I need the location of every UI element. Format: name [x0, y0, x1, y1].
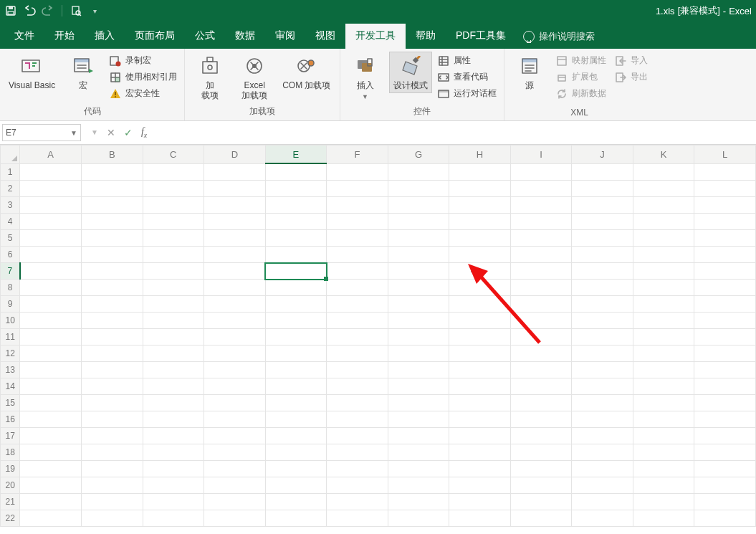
cell[interactable]: [694, 280, 756, 296]
cell[interactable]: [633, 411, 694, 428]
cell[interactable]: [204, 163, 266, 181]
cell[interactable]: [143, 280, 204, 296]
cell[interactable]: [204, 263, 266, 280]
cell[interactable]: [143, 247, 204, 263]
cell[interactable]: [327, 214, 388, 230]
print-preview-icon[interactable]: [70, 4, 82, 17]
cell[interactable]: [81, 181, 143, 197]
cell[interactable]: [265, 411, 327, 428]
cell[interactable]: [510, 362, 572, 378]
row-header[interactable]: 20: [1, 477, 20, 494]
cell[interactable]: [510, 329, 572, 345]
cell[interactable]: [81, 329, 143, 345]
row-header[interactable]: 5: [1, 230, 20, 247]
chevron-down-icon[interactable]: ▼: [70, 129, 77, 137]
cell[interactable]: [572, 296, 633, 313]
row-header[interactable]: 21: [1, 494, 20, 510]
cell[interactable]: [20, 378, 82, 395]
row-header[interactable]: 17: [1, 428, 20, 444]
cell[interactable]: [572, 378, 633, 395]
cell[interactable]: [81, 362, 143, 378]
cell[interactable]: [449, 510, 511, 527]
cell[interactable]: [510, 477, 572, 494]
row-header[interactable]: 9: [1, 296, 20, 313]
undo-icon[interactable]: [23, 4, 36, 17]
column-header[interactable]: K: [633, 146, 694, 164]
cell[interactable]: [20, 345, 82, 362]
row-header[interactable]: 11: [1, 329, 20, 345]
cell[interactable]: [694, 444, 756, 461]
cell[interactable]: [265, 296, 327, 313]
cell[interactable]: [81, 411, 143, 428]
column-header[interactable]: G: [388, 146, 449, 164]
cell[interactable]: [633, 280, 694, 296]
cell[interactable]: [449, 263, 511, 280]
use-relative-refs-button[interactable]: 使用相对引用: [107, 70, 180, 85]
select-all-corner[interactable]: [1, 146, 20, 164]
formula-input[interactable]: [157, 125, 756, 140]
cell[interactable]: [572, 477, 633, 494]
column-header[interactable]: J: [572, 146, 633, 164]
cell[interactable]: [143, 214, 204, 230]
cell[interactable]: [265, 230, 327, 247]
cell[interactable]: [633, 494, 694, 510]
cell[interactable]: [265, 428, 327, 444]
cell[interactable]: [449, 362, 511, 378]
cell[interactable]: [694, 214, 756, 230]
cell[interactable]: [20, 362, 82, 378]
macros-button[interactable]: 宏: [62, 52, 104, 93]
cell[interactable]: [510, 296, 572, 313]
cell[interactable]: [327, 197, 388, 214]
cell[interactable]: [143, 163, 204, 181]
cell[interactable]: [204, 362, 266, 378]
cell[interactable]: [20, 411, 82, 428]
column-header[interactable]: F: [327, 146, 388, 164]
cell[interactable]: [327, 378, 388, 395]
cell[interactable]: [633, 378, 694, 395]
tab-insert[interactable]: 插入: [85, 24, 125, 49]
cell[interactable]: [388, 230, 449, 247]
cell[interactable]: [572, 263, 633, 280]
cell[interactable]: [81, 395, 143, 411]
cell[interactable]: [265, 477, 327, 494]
cell[interactable]: [572, 329, 633, 345]
cell[interactable]: [327, 510, 388, 527]
row-header[interactable]: 14: [1, 378, 20, 395]
cell[interactable]: [572, 362, 633, 378]
cell[interactable]: [81, 163, 143, 181]
tab-data[interactable]: 数据: [225, 24, 265, 49]
cell[interactable]: [20, 263, 82, 280]
cell[interactable]: [449, 345, 511, 362]
cell[interactable]: [204, 214, 266, 230]
cell[interactable]: [572, 461, 633, 477]
tab-view[interactable]: 视图: [305, 24, 345, 49]
cell[interactable]: [20, 329, 82, 345]
cell[interactable]: [633, 510, 694, 527]
cell[interactable]: [81, 214, 143, 230]
column-header[interactable]: E: [265, 146, 327, 164]
cell[interactable]: [572, 494, 633, 510]
cell[interactable]: [510, 345, 572, 362]
qat-customize-icon[interactable]: ▾: [88, 4, 101, 17]
cell[interactable]: [327, 181, 388, 197]
cell[interactable]: [449, 494, 511, 510]
cell[interactable]: [572, 163, 633, 181]
cell[interactable]: [327, 247, 388, 263]
cell[interactable]: [388, 510, 449, 527]
cell[interactable]: [694, 510, 756, 527]
cell[interactable]: [20, 230, 82, 247]
cell[interactable]: [633, 362, 694, 378]
tab-pagelayout[interactable]: 页面布局: [125, 24, 185, 49]
cell[interactable]: [204, 494, 266, 510]
cell[interactable]: [204, 296, 266, 313]
cell[interactable]: [265, 329, 327, 345]
insert-control-button[interactable]: 插入 ▼: [345, 52, 386, 103]
cell[interactable]: [20, 296, 82, 313]
cell[interactable]: [449, 329, 511, 345]
cell[interactable]: [143, 395, 204, 411]
cell[interactable]: [81, 444, 143, 461]
row-header[interactable]: 15: [1, 395, 20, 411]
cell[interactable]: [81, 378, 143, 395]
cell[interactable]: [449, 163, 511, 181]
cell[interactable]: [327, 477, 388, 494]
